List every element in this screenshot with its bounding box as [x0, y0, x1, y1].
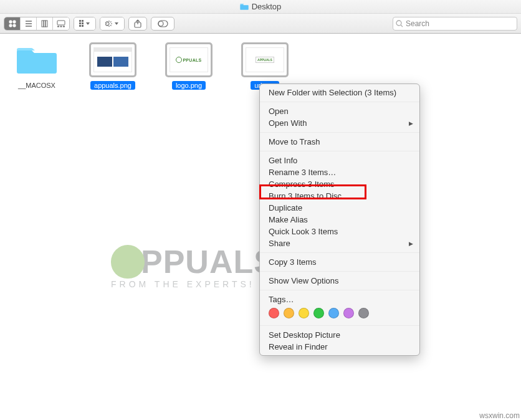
corner-credit: wsxwin.com: [479, 411, 520, 420]
tag-blue[interactable]: [328, 308, 339, 318]
item-label: __MACOSX: [14, 81, 59, 90]
toolbar: Search: [0, 14, 521, 34]
svg-rect-12: [60, 26, 62, 27]
search-placeholder: Search: [406, 19, 429, 28]
menu-copy[interactable]: Copy 3 Items: [260, 256, 419, 268]
svg-point-23: [396, 21, 401, 26]
svg-rect-2: [9, 24, 12, 27]
svg-rect-1: [13, 21, 16, 23]
menu-share[interactable]: Share: [260, 237, 419, 249]
tag-colors-row: [260, 305, 419, 322]
item-file[interactable]: appuals.png: [86, 42, 140, 90]
search-icon: [396, 20, 403, 27]
svg-rect-9: [45, 21, 47, 27]
item-file[interactable]: APPUALS url.png: [238, 42, 292, 90]
folder-icon: [240, 3, 249, 10]
tags-button[interactable]: [151, 17, 174, 31]
menu-burn[interactable]: Burn 3 Items to Disc…: [260, 190, 419, 202]
action-dropdown[interactable]: [100, 17, 125, 31]
menu-open[interactable]: Open: [260, 105, 419, 117]
menu-move-to-trash[interactable]: Move to Trash: [260, 136, 419, 148]
tag-purple[interactable]: [343, 308, 354, 318]
thumbnail: [90, 42, 135, 77]
menu-make-alias[interactable]: Make Alias: [260, 214, 419, 226]
view-mode-group: [4, 17, 70, 31]
item-folder[interactable]: __MACOSX: [10, 42, 64, 90]
svg-rect-13: [63, 26, 65, 27]
tag-orange[interactable]: [284, 308, 294, 318]
menu-get-info[interactable]: Get Info: [260, 155, 419, 166]
context-menu: New Folder with Selection (3 Items) Open…: [259, 84, 420, 356]
svg-point-22: [158, 21, 163, 26]
svg-rect-0: [9, 21, 12, 23]
svg-rect-17: [82, 22, 84, 24]
tag-gray[interactable]: [358, 308, 369, 318]
menu-separator: [260, 325, 419, 326]
tag-yellow[interactable]: [299, 308, 309, 318]
menu-separator: [260, 290, 419, 290]
watermark-tagline: FROM THE EXPERTS!: [111, 279, 276, 289]
svg-rect-19: [82, 25, 84, 27]
svg-line-24: [401, 25, 403, 27]
menu-view-options[interactable]: Show View Options: [260, 275, 419, 287]
watermark-head-icon: [111, 245, 145, 279]
column-view-button[interactable]: [37, 17, 53, 30]
menu-separator: [260, 271, 419, 272]
menu-open-with[interactable]: Open With: [260, 117, 419, 129]
menu-tags[interactable]: Tags…: [260, 294, 419, 305]
svg-rect-14: [79, 20, 81, 22]
menu-separator: [260, 151, 419, 151]
svg-rect-11: [57, 26, 59, 27]
window-titlebar: Desktop: [0, 0, 521, 14]
menu-separator: [260, 132, 419, 133]
item-file[interactable]: PPUALS logo.png: [162, 42, 216, 90]
menu-compress[interactable]: Compress 3 Items: [260, 178, 419, 190]
thumbnail: PPUALS: [166, 42, 211, 77]
group-by-dropdown[interactable]: [74, 17, 96, 31]
watermark: PPUALS FROM THE EXPERTS!: [111, 243, 276, 289]
svg-rect-3: [13, 24, 16, 27]
menu-duplicate[interactable]: Duplicate: [260, 202, 419, 214]
item-label: logo.png: [172, 81, 206, 90]
svg-rect-10: [57, 21, 65, 25]
tag-green[interactable]: [313, 308, 324, 318]
svg-rect-15: [82, 20, 84, 22]
menu-separator: [260, 252, 419, 253]
folder-icon: [14, 42, 59, 77]
icon-view-button[interactable]: [4, 17, 21, 30]
item-label: appuals.png: [90, 81, 135, 90]
menu-reveal-finder[interactable]: Reveal in Finder: [260, 341, 419, 353]
watermark-brand: PPUALS: [141, 243, 276, 280]
list-view-button[interactable]: [21, 17, 37, 30]
menu-rename[interactable]: Rename 3 Items…: [260, 166, 419, 178]
search-input[interactable]: Search: [393, 17, 517, 31]
tag-red[interactable]: [269, 308, 279, 318]
window-title: Desktop: [252, 2, 282, 11]
menu-new-folder[interactable]: New Folder with Selection (3 Items): [260, 87, 419, 98]
menu-set-desktop[interactable]: Set Desktop Picture: [260, 329, 419, 341]
svg-rect-18: [79, 25, 81, 27]
menu-quick-look[interactable]: Quick Look 3 Items: [260, 226, 419, 237]
thumbnail: APPUALS: [242, 42, 287, 77]
content-area[interactable]: __MACOSX appuals.png PPUALS logo.png APP…: [0, 34, 521, 420]
share-button[interactable]: [128, 17, 147, 31]
menu-separator: [260, 102, 419, 102]
gallery-view-button[interactable]: [53, 17, 69, 30]
svg-rect-16: [79, 22, 81, 24]
